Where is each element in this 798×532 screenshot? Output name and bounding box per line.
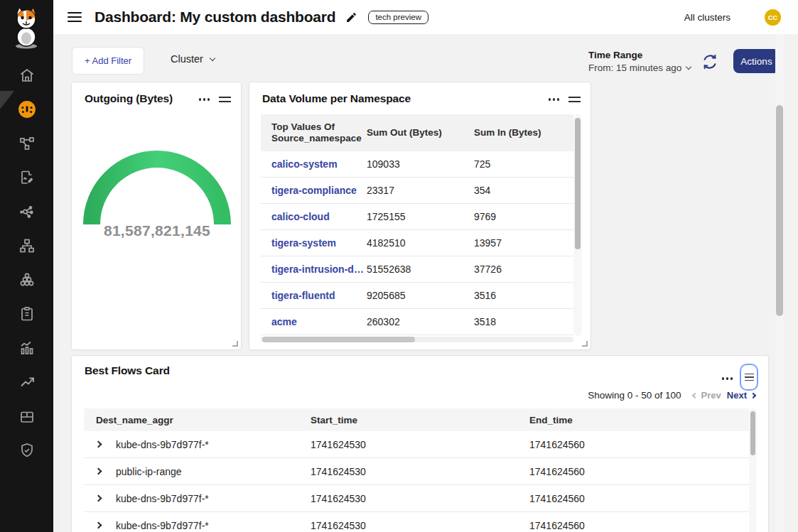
card-drag-handle[interactable]	[568, 94, 581, 104]
sum-in-value: 354	[474, 185, 573, 196]
top-bar-right: All clusters CC	[684, 9, 781, 26]
sidebar-item-compliance[interactable]	[0, 297, 53, 331]
best-flows-card: Best Flows Card Showing 0 - 50 of 100 Pr…	[71, 355, 769, 532]
expand-row-chevron-icon[interactable]	[95, 441, 102, 448]
table-row: kube-dns-9b7d977f-* 1741624530 174162456…	[84, 431, 749, 458]
sidebar-item-trends[interactable]	[0, 365, 53, 399]
service-graph-icon	[18, 135, 36, 152]
expand-row-chevron-icon[interactable]	[95, 522, 102, 529]
namespace-link[interactable]: tigera-system	[271, 237, 367, 249]
gauge-chart	[72, 136, 242, 232]
resize-handle[interactable]	[232, 341, 238, 347]
refresh-button[interactable]	[701, 53, 719, 71]
dest-name-value: kube-dns-9b7d977f-*	[116, 493, 311, 504]
sidebar-item-security[interactable]	[0, 433, 53, 467]
sum-out-value: 4182510	[367, 237, 474, 249]
table-row: tigera-compliance 23317 354	[261, 178, 573, 204]
namespace-link[interactable]: acme	[271, 316, 367, 327]
cluster-dropdown[interactable]: Cluster	[171, 53, 215, 65]
sidebar-nav	[0, 58, 53, 467]
calico-cat-logo[interactable]	[7, 6, 45, 50]
avatar[interactable]: CC	[765, 9, 781, 26]
card-menu-button[interactable]	[199, 95, 210, 104]
card-menu-button[interactable]	[549, 95, 560, 104]
start-time-value: 1741624530	[311, 493, 529, 504]
sidebar-item-home[interactable]	[0, 58, 53, 92]
time-range-selector[interactable]: From: 15 minutes ago	[588, 63, 691, 73]
column-header[interactable]: Top Values Of Source_namespace	[271, 121, 367, 144]
sync-icon	[701, 53, 719, 71]
table-header-row: Dest_name_aggr Start_time End_time	[84, 408, 749, 431]
column-header[interactable]: End_time	[529, 415, 749, 425]
end-time-value: 1741624560	[529, 466, 749, 477]
card-title: Best Flows Card	[85, 364, 170, 377]
table-horizontal-scrollbar[interactable]	[261, 337, 573, 342]
namespace-link[interactable]: calico-system	[271, 158, 367, 170]
gauge-value: 81,587,821,145	[72, 222, 242, 239]
sidebar-item-packages[interactable]	[0, 399, 53, 433]
end-time-value: 1741624560	[529, 493, 749, 504]
prev-page-button[interactable]: Prev	[693, 390, 721, 401]
sidebar-item-metrics[interactable]	[0, 331, 53, 365]
hamburger-icon[interactable]	[68, 12, 82, 22]
sidebar-item-cluster-nodes[interactable]	[0, 263, 53, 297]
card-drag-handle[interactable]	[219, 94, 231, 104]
table-row: acme 260302 3518	[261, 309, 573, 335]
column-header[interactable]: Dest_name_aggr	[96, 415, 311, 425]
table-row: tigera-fluentd 9205685 3516	[261, 283, 573, 309]
add-filter-button[interactable]: + Add Filter	[72, 47, 144, 75]
namespace-link[interactable]: calico-cloud	[271, 211, 367, 222]
sidebar-item-network-sitemap[interactable]	[0, 229, 53, 263]
card-title: Outgoing (Bytes)	[85, 92, 173, 105]
start-time-value: 1741624530	[311, 466, 529, 477]
scrollbar-thumb[interactable]	[750, 411, 755, 455]
table-header-row: Top Values Of Source_namespace Sum Out (…	[261, 114, 573, 151]
expand-row-chevron-icon[interactable]	[95, 468, 102, 475]
pagination-summary: Showing 0 - 50 of 100	[588, 390, 681, 401]
metrics-chart-icon	[18, 340, 36, 357]
scrollbar-thumb[interactable]	[575, 118, 581, 249]
sidebar-item-dashboards[interactable]	[0, 92, 53, 126]
scrollbar-thumb[interactable]	[262, 337, 415, 342]
column-header[interactable]: Sum Out (Bytes)	[367, 127, 474, 139]
prev-label: Prev	[701, 390, 721, 401]
column-header[interactable]: Start_time	[311, 415, 529, 425]
compliance-clipboard-icon	[18, 305, 36, 322]
sum-out-value: 23317	[367, 185, 474, 196]
all-clusters-selector[interactable]: All clusters	[684, 12, 730, 23]
end-time-value: 1741624560	[529, 520, 749, 531]
actions-button[interactable]: Actions	[733, 49, 780, 73]
resize-handle[interactable]	[582, 341, 588, 347]
chevron-down-icon	[686, 64, 691, 70]
sidebar-item-service-graph[interactable]	[0, 126, 53, 161]
home-icon	[18, 67, 36, 84]
namespace-link[interactable]: tigera-fluentd	[271, 290, 367, 301]
page-scrollbar[interactable]	[775, 34, 784, 532]
start-time-value: 1741624530	[311, 520, 529, 531]
flows-table: Dest_name_aggr Start_time End_time kube-…	[84, 408, 749, 532]
table-vertical-scrollbar[interactable]	[749, 408, 757, 532]
sidebar-item-logs[interactable]	[0, 161, 53, 195]
time-range-value: From: 15 minutes ago	[588, 63, 681, 73]
sum-out-value: 260302	[367, 316, 474, 327]
chevron-down-icon	[210, 55, 215, 60]
pencil-icon[interactable]	[345, 11, 357, 23]
sidebar-item-threat-graph[interactable]	[0, 195, 53, 229]
threat-graph-icon	[18, 203, 36, 220]
table-vertical-scrollbar[interactable]	[573, 114, 582, 336]
sum-out-value: 51552638	[367, 264, 474, 275]
card-drag-handle-focused[interactable]	[740, 364, 758, 391]
namespace-link[interactable]: tigera-compliance	[271, 185, 367, 196]
packages-box-icon	[18, 408, 36, 425]
expand-row-chevron-icon[interactable]	[95, 495, 102, 502]
scrollbar-thumb[interactable]	[776, 105, 783, 316]
card-menu-button[interactable]	[722, 374, 733, 383]
time-range: Time Range From: 15 minutes ago	[588, 50, 691, 73]
time-range-label: Time Range	[588, 50, 691, 60]
namespace-link[interactable]: tigera-intrusion-d…	[271, 264, 367, 275]
table-row: public-ip-range 1741624530 1741624560	[84, 458, 749, 485]
next-page-button[interactable]: Next	[727, 390, 755, 401]
dest-name-value: kube-dns-9b7d977f-*	[116, 520, 311, 531]
column-header[interactable]: Sum In (Bytes)	[474, 127, 573, 139]
page-title: Dashboard: My custom dashboard	[95, 9, 335, 26]
